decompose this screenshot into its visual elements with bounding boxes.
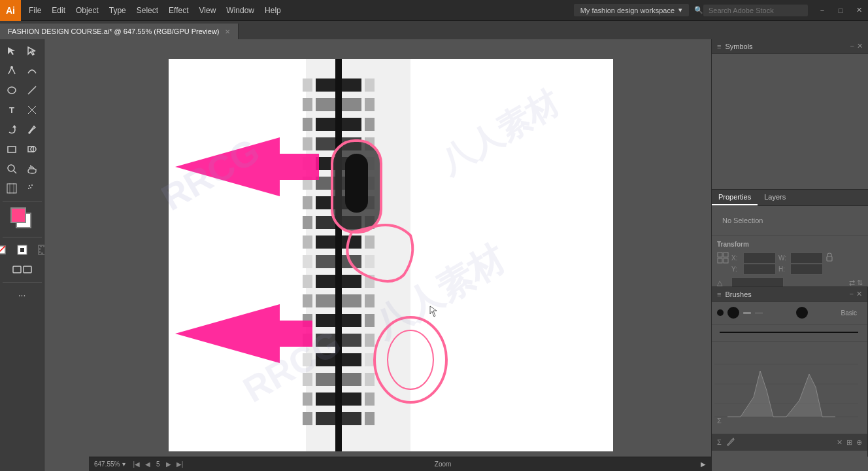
w-input[interactable]	[790, 253, 823, 264]
shape-builder-tool[interactable]	[22, 140, 42, 158]
line-segment-tool[interactable]	[22, 101, 42, 119]
nav-controls: |◀ ◀ 5 ▶ ▶|	[131, 461, 185, 468]
hand-tool[interactable]	[22, 160, 42, 178]
first-artboard-button[interactable]: |◀	[131, 461, 142, 468]
menu-bar: Ai File Edit Object Type Select Effect V…	[0, 0, 868, 21]
zoom-control[interactable]: 647.55% ▾	[94, 461, 125, 468]
search-input[interactable]	[703, 5, 808, 16]
brush-stroke-thin[interactable]	[743, 312, 751, 314]
select-tool[interactable]	[2, 42, 22, 60]
svg-marker-124	[727, 371, 835, 417]
menu-type[interactable]: Type	[104, 3, 131, 18]
normal-mode-button[interactable]	[12, 241, 32, 259]
active-tab[interactable]: FASHION DESIGN COURSE.ai* @ 647.55% (RGB…	[0, 24, 239, 39]
zoom-tool[interactable]	[2, 160, 22, 178]
brush-stroke-preview	[712, 324, 867, 342]
tab-close-button[interactable]: ✕	[225, 28, 230, 35]
tool-row-2	[2, 61, 42, 80]
symbols-panel-close-button[interactable]: ✕	[857, 42, 863, 50]
line-tool[interactable]	[22, 81, 42, 99]
group-button[interactable]	[12, 260, 32, 279]
curvature-tool[interactable]	[22, 61, 42, 80]
more-tools-button[interactable]: ···	[3, 286, 42, 304]
lock-icon[interactable]	[826, 253, 833, 263]
svg-point-17	[28, 188, 29, 189]
rectangle-tool[interactable]	[2, 140, 22, 158]
ellipse-tool[interactable]	[2, 81, 22, 99]
minimize-button[interactable]: −	[813, 1, 831, 20]
brushes-footer-brush-icon[interactable]	[726, 436, 736, 448]
type-tool[interactable]: T	[2, 101, 22, 119]
workspace-selector[interactable]: My fashion design workspace ▾	[574, 4, 689, 16]
svg-rect-59	[316, 373, 335, 386]
x-input[interactable]	[743, 253, 776, 264]
brushes-panel-menu-icon[interactable]: ≡	[717, 290, 721, 298]
menu-file[interactable]: File	[24, 3, 46, 18]
svg-rect-29	[316, 78, 335, 92]
symbols-panel-menu-icon[interactable]: ≡	[717, 43, 721, 50]
svg-rect-83	[303, 412, 312, 425]
brush-dot-small[interactable]	[717, 309, 724, 316]
pen-tool[interactable]	[2, 61, 22, 80]
svg-rect-100	[365, 392, 375, 406]
brushes-footer-library[interactable]: ⊞	[846, 438, 852, 447]
canvas-area[interactable]: RRCG 八人素材 RRCG 八人素材 647.55% ▾ |◀ ◀ 5 ▶ ▶…	[44, 39, 711, 471]
brushes-footer-delete[interactable]: ✕	[837, 438, 843, 447]
fill-none-button[interactable]	[0, 241, 11, 259]
prev-artboard-button[interactable]: ◀	[143, 461, 152, 468]
maximize-button[interactable]: □	[831, 1, 850, 20]
x-label: X:	[731, 254, 741, 262]
brush-dot-large[interactable]	[796, 307, 808, 319]
svg-rect-99	[365, 373, 375, 386]
menu-effect[interactable]: Effect	[163, 3, 193, 18]
symbol-sprayer-tool[interactable]	[22, 179, 42, 198]
direct-select-tool[interactable]	[22, 42, 42, 60]
tab-properties[interactable]: Properties	[712, 190, 758, 205]
svg-rect-113	[724, 253, 728, 257]
tool-divider-1	[3, 201, 42, 201]
brushes-panel-close-button[interactable]: ✕	[856, 290, 862, 298]
svg-rect-73	[303, 216, 312, 229]
color-swatches[interactable]	[8, 205, 37, 234]
svg-rect-49	[316, 275, 335, 288]
svg-text:Σ: Σ	[717, 417, 722, 425]
brushes-footer-add[interactable]: ⊕	[856, 438, 862, 447]
brushes-chart-svg: Σ	[714, 345, 858, 430]
menu-help[interactable]: Help	[259, 3, 286, 18]
tab-layers[interactable]: Layers	[758, 190, 792, 205]
svg-rect-82	[303, 392, 312, 406]
svg-rect-62	[342, 392, 361, 406]
svg-line-10	[14, 171, 16, 173]
foreground-color-swatch[interactable]	[10, 207, 26, 223]
svg-rect-11	[7, 184, 16, 193]
svg-rect-76	[303, 275, 312, 288]
close-button[interactable]: ✕	[850, 1, 868, 20]
scroll-right-button[interactable]: ▶	[701, 461, 706, 468]
svg-rect-64	[342, 412, 361, 425]
brush-stroke-line	[717, 327, 861, 338]
brushes-footer-sigma[interactable]: Σ	[717, 438, 722, 446]
next-artboard-button[interactable]: ▶	[164, 461, 173, 468]
svg-rect-34	[342, 118, 361, 131]
last-artboard-button[interactable]: ▶|	[175, 461, 186, 468]
brush-stroke-thinner[interactable]	[755, 313, 763, 313]
y-input[interactable]	[743, 264, 776, 275]
menu-select[interactable]: Select	[131, 3, 163, 18]
brushes-panel-collapse-button[interactable]: −	[850, 290, 854, 298]
svg-rect-68	[303, 118, 312, 131]
brush-dot-medium[interactable]	[727, 307, 739, 319]
artboard-tool[interactable]	[2, 179, 22, 198]
brush-swatches-row: Basic	[712, 302, 867, 324]
svg-rect-52	[342, 294, 361, 307]
svg-rect-30	[342, 78, 361, 92]
zoom-dropdown-icon[interactable]: ▾	[122, 461, 125, 468]
symbols-panel-collapse-button[interactable]: −	[850, 42, 854, 50]
rotate-tool[interactable]	[2, 120, 22, 139]
window-controls: − □ ✕	[813, 1, 868, 20]
paintbrush-tool[interactable]	[22, 120, 42, 139]
menu-object[interactable]: Object	[71, 3, 104, 18]
menu-view[interactable]: View	[194, 3, 222, 18]
menu-window[interactable]: Window	[221, 3, 259, 18]
h-input[interactable]	[790, 264, 823, 275]
menu-edit[interactable]: Edit	[46, 3, 71, 18]
